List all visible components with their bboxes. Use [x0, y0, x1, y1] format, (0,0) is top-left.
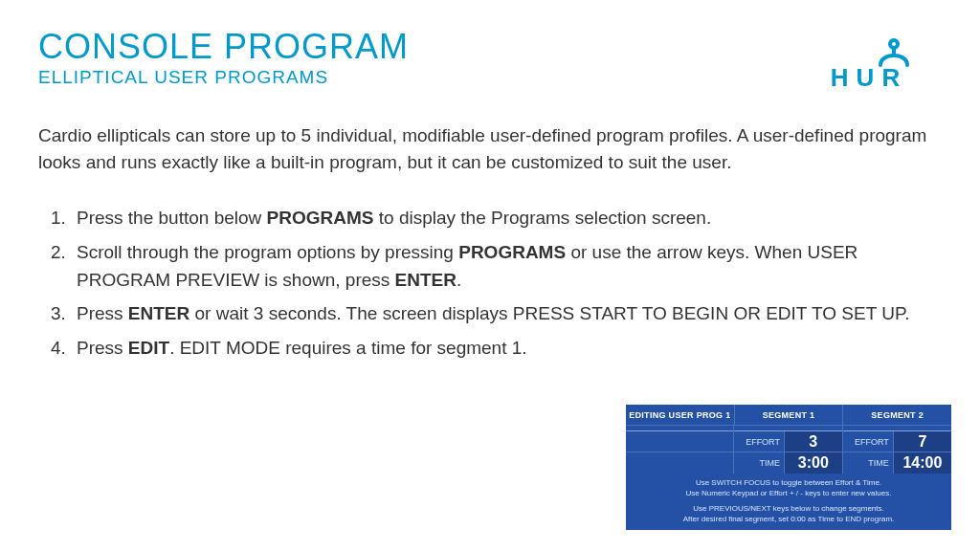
- logo-text: HUR: [831, 63, 907, 90]
- header: CONSOLE PROGRAM ELLIPTICAL USER PROGRAMS…: [38, 29, 942, 94]
- titles: CONSOLE PROGRAM ELLIPTICAL USER PROGRAMS: [38, 29, 409, 88]
- panel-rows: EFFORT 3 TIME 3:00 EFFORT 7 TIME 14:00: [626, 426, 951, 474]
- console-screenshot: EDITING USER PROG 1 SEGMENT 1 SEGMENT 2 …: [626, 405, 951, 530]
- panel-footer: Use SWITCH FOCUS to toggle between Effor…: [626, 474, 951, 530]
- seg2-effort: 7: [893, 431, 951, 452]
- slide: CONSOLE PROGRAM ELLIPTICAL USER PROGRAMS…: [0, 0, 980, 551]
- step-3: Press ENTER or wait 3 seconds. The scree…: [71, 299, 942, 327]
- panel-tab-segment2: SEGMENT 2: [843, 405, 951, 426]
- effort-label-2: EFFORT: [843, 437, 893, 447]
- step-list: Press the button below PROGRAMS to displ…: [38, 204, 942, 362]
- time-label: TIME: [734, 458, 784, 468]
- seg2-time: 14:00: [893, 452, 951, 474]
- hur-logo: HUR: [802, 36, 936, 94]
- step-1: Press the button below PROGRAMS to displ…: [71, 204, 942, 231]
- time-label-2: TIME: [843, 458, 893, 468]
- panel-tabs: EDITING USER PROG 1 SEGMENT 1 SEGMENT 2: [626, 405, 951, 426]
- step-2: Scroll through the program options by pr…: [71, 238, 942, 295]
- seg1-effort: 3: [784, 431, 842, 452]
- intro-paragraph: Cardio ellipticals can store up to 5 ind…: [38, 122, 942, 175]
- step-4: Press EDIT. EDIT MODE requires a time fo…: [71, 334, 942, 362]
- panel-tab-segment1: SEGMENT 1: [735, 405, 844, 426]
- page-subtitle: ELLIPTICAL USER PROGRAMS: [38, 67, 409, 88]
- seg1-time: 3:00: [784, 452, 842, 474]
- effort-label: EFFORT: [734, 437, 784, 447]
- panel-tab-editing: EDITING USER PROG 1: [626, 405, 735, 426]
- page-title: CONSOLE PROGRAM: [38, 29, 409, 65]
